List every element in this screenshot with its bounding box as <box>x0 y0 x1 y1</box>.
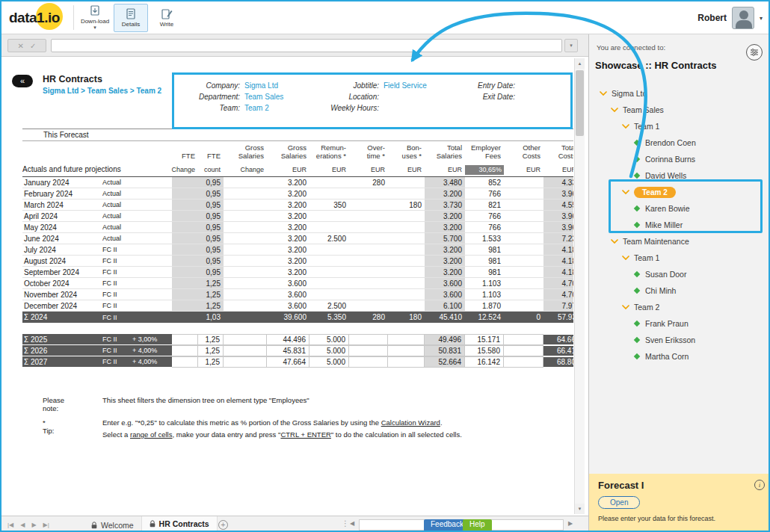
data-cell[interactable]: 5.350 <box>309 312 349 324</box>
data-cell[interactable] <box>388 278 425 289</box>
data-cell[interactable] <box>172 222 198 233</box>
data-cell[interactable] <box>309 244 349 256</box>
data-cell[interactable]: 47.664 <box>267 356 309 368</box>
data-cell[interactable] <box>388 267 425 278</box>
scroll-up-icon[interactable]: ▲ <box>575 58 585 69</box>
tree-leaf-item[interactable]: Brendon Coen <box>598 134 766 151</box>
data-cell[interactable] <box>388 334 425 345</box>
tree-leaf-item[interactable]: Sven Eriksson <box>598 332 766 348</box>
formula-input[interactable] <box>51 39 562 52</box>
data-cell[interactable] <box>349 222 388 233</box>
data-cell[interactable] <box>309 222 349 233</box>
data-cell[interactable] <box>349 278 388 289</box>
help-button[interactable]: Help <box>463 519 492 531</box>
scroll-down-icon[interactable]: ▼ <box>575 504 585 514</box>
download-button[interactable]: Down-load ▾ <box>78 4 112 32</box>
data-cell[interactable]: 3.96 <box>543 188 573 200</box>
data-cell[interactable] <box>224 222 267 233</box>
data-cell[interactable]: 5.000 <box>309 334 349 345</box>
data-cell[interactable]: 3.200 <box>425 211 465 222</box>
data-cell[interactable] <box>388 233 425 244</box>
data-cell[interactable] <box>172 233 198 244</box>
data-cell[interactable]: 3.730 <box>425 200 465 211</box>
write-button[interactable]: Write <box>150 4 184 32</box>
tree-leaf-item[interactable]: Susan Door <box>598 266 766 282</box>
data-cell[interactable]: 5.000 <box>309 345 349 356</box>
data-cell[interactable]: 1,25 <box>198 356 224 368</box>
data-cell[interactable] <box>172 188 198 200</box>
data-cell[interactable]: 4.70 <box>543 278 573 289</box>
data-cell[interactable]: 49.496 <box>425 334 465 345</box>
data-cell[interactable]: 3.600 <box>267 278 309 289</box>
data-cell[interactable]: 0,95 <box>198 244 224 256</box>
data-cell[interactable]: 1.103 <box>465 289 504 300</box>
data-cell[interactable] <box>504 233 543 244</box>
data-cell[interactable]: 821 <box>465 200 504 211</box>
data-cell[interactable] <box>309 289 349 300</box>
data-cell[interactable] <box>349 300 388 312</box>
data-cell[interactable] <box>172 356 198 368</box>
data-cell[interactable]: 1,25 <box>198 334 224 345</box>
data-cell[interactable]: 3.96 <box>543 222 573 233</box>
data-cell[interactable]: 3.200 <box>267 200 309 211</box>
data-cell[interactable]: 57.93 <box>543 312 573 324</box>
open-forecast-button[interactable]: Open <box>598 496 640 509</box>
data-cell[interactable]: 981 <box>465 244 504 256</box>
data-cell[interactable]: 3.200 <box>425 222 465 233</box>
data-cell[interactable]: 15.171 <box>465 334 504 345</box>
tree-leaf-item[interactable]: Karen Bowie <box>598 200 766 217</box>
tree-leaf-item[interactable]: David Wells <box>598 167 766 184</box>
vertical-scrollbar[interactable]: ▲ ▼ <box>574 58 585 514</box>
data-cell[interactable]: 180 <box>388 200 425 211</box>
scrollbar-thumb[interactable] <box>576 70 584 136</box>
data-cell[interactable]: 1.533 <box>465 233 504 244</box>
breadcrumb[interactable]: Sigma Ltd > Team Sales > Team 2 <box>43 87 161 95</box>
data-cell[interactable] <box>172 300 198 312</box>
data-cell[interactable] <box>504 244 543 256</box>
data-cell[interactable] <box>172 289 198 300</box>
user-menu[interactable]: Robert ▾ <box>697 6 763 30</box>
data-cell[interactable]: 3.200 <box>267 256 309 267</box>
data-cell[interactable]: 3.200 <box>267 267 309 278</box>
data-cell[interactable]: 16.142 <box>465 356 504 368</box>
data-cell[interactable]: 350 <box>309 200 349 211</box>
data-cell[interactable] <box>504 177 543 188</box>
info-field-value[interactable]: Sigma Ltd <box>244 81 313 90</box>
data-cell[interactable]: 3.200 <box>267 233 309 244</box>
data-cell[interactable]: 39.600 <box>267 312 309 324</box>
data-cell[interactable]: 981 <box>465 256 504 267</box>
data-cell[interactable] <box>349 289 388 300</box>
tree-leaf-item[interactable]: Chi Minh <box>598 282 766 299</box>
prev-sheet-button[interactable]: ◀ <box>20 522 25 528</box>
data-cell[interactable] <box>349 211 388 222</box>
data-cell[interactable]: 3.200 <box>425 267 465 278</box>
data-cell[interactable]: 0 <box>504 312 543 324</box>
data-cell[interactable]: 1,25 <box>198 289 224 300</box>
data-cell[interactable]: 180 <box>388 312 425 324</box>
data-cell[interactable]: 45.831 <box>267 345 309 356</box>
data-cell[interactable] <box>224 278 267 289</box>
data-cell[interactable] <box>349 256 388 267</box>
data-cell[interactable] <box>309 211 349 222</box>
data-cell[interactable] <box>388 188 425 200</box>
tree-branch-item[interactable]: Team 2 <box>598 184 766 200</box>
last-sheet-button[interactable]: ▶| <box>43 522 49 528</box>
data-cell[interactable] <box>388 300 425 312</box>
data-cell[interactable]: 3.200 <box>267 188 309 200</box>
data-cell[interactable] <box>504 300 543 312</box>
data-cell[interactable]: 2.500 <box>309 233 349 244</box>
data-cell[interactable] <box>504 200 543 211</box>
data-cell[interactable]: 981 <box>465 267 504 278</box>
data-cell[interactable] <box>224 312 267 324</box>
data-cell[interactable] <box>172 267 198 278</box>
info-field-value[interactable]: Team Sales <box>244 93 313 101</box>
data-cell[interactable] <box>388 211 425 222</box>
data-cell[interactable]: 1.870 <box>465 300 504 312</box>
data-cell[interactable] <box>172 200 198 211</box>
data-cell[interactable] <box>224 200 267 211</box>
tree-branch-item[interactable]: Team 1 <box>598 250 766 266</box>
splitter-handle[interactable]: ⋮ <box>342 519 349 528</box>
data-cell[interactable] <box>388 244 425 256</box>
data-cell[interactable]: 3.480 <box>425 177 465 188</box>
info-field-value[interactable]: Team 2 <box>244 104 313 112</box>
